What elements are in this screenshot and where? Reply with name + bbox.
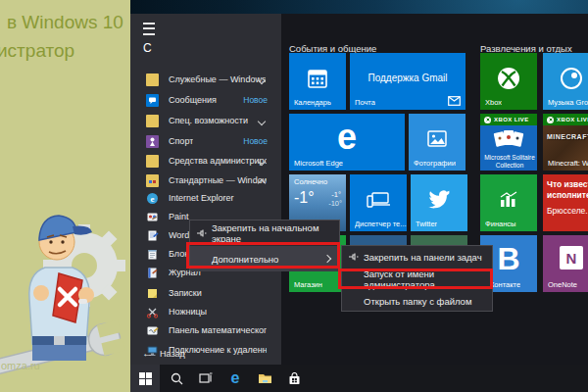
weather-low: -10° bbox=[328, 199, 342, 208]
context-submenu: Закрепить на панели задач Запуск от имен… bbox=[341, 245, 493, 312]
mascot-illustration bbox=[0, 179, 130, 390]
back-button[interactable]: ← Назад bbox=[130, 345, 281, 363]
watermark: omza.ru bbox=[1, 360, 40, 371]
messaging-icon bbox=[146, 94, 159, 107]
math-input-icon bbox=[146, 324, 159, 337]
calendar-icon bbox=[306, 67, 329, 90]
tile-news[interactable]: Что известно исполнителе... Брюсселе... bbox=[543, 174, 588, 231]
folder-icon bbox=[258, 372, 272, 384]
app-item-sport[interactable]: СпортНовое bbox=[130, 132, 281, 151]
start-menu-apps-column: С Служебные — Windows СообщенияНовое Спе… bbox=[130, 14, 281, 365]
tile-xbox[interactable]: Xbox bbox=[480, 53, 537, 110]
edge-logo: e bbox=[337, 117, 357, 158]
folder-icon bbox=[146, 74, 159, 86]
taskbar: e bbox=[130, 365, 588, 392]
tutorial-panel: в Windows 10 · истратор bbox=[0, 0, 130, 392]
scissors-icon bbox=[146, 306, 159, 318]
cards-icon bbox=[493, 128, 524, 150]
news-headline-line2: исполнителе... bbox=[547, 190, 588, 201]
bar-chart-icon bbox=[498, 190, 519, 210]
app-item-ease-of-access[interactable]: Спец. возможности bbox=[130, 112, 281, 130]
twitter-bird-icon bbox=[426, 189, 452, 211]
new-badge: Новое bbox=[243, 95, 268, 105]
new-badge: Новое bbox=[243, 136, 268, 146]
task-view-button[interactable] bbox=[191, 365, 220, 392]
tile-twitter[interactable]: Twitter bbox=[411, 174, 467, 231]
screen: С Служебные — Windows СообщенияНовое Спе… bbox=[0, 0, 588, 392]
taskbar-store-button[interactable] bbox=[279, 365, 309, 392]
svg-text:e: e bbox=[151, 194, 155, 204]
folder-icon bbox=[146, 155, 159, 168]
paint-icon bbox=[146, 211, 159, 223]
menu-item-open-file-location[interactable]: Открыть папку с файлом bbox=[342, 290, 492, 313]
tile-finance[interactable]: Финансы bbox=[480, 174, 537, 231]
app-item-system-windows[interactable]: Служебные — Windows bbox=[130, 71, 281, 89]
menu-item-pin-to-taskbar[interactable]: Закрепить на панели задач bbox=[342, 246, 492, 268]
back-arrow-icon: ← bbox=[142, 347, 153, 359]
wordpad-icon bbox=[146, 229, 159, 242]
menu-item-run-as-administrator[interactable]: Запуск от имени администратора bbox=[342, 268, 492, 290]
menu-item-pin-to-start[interactable]: Закрепить на начальном экране bbox=[190, 220, 339, 246]
tutorial-title-line1: в Windows 10 · bbox=[7, 12, 130, 33]
app-item-snipping-tool[interactable]: Ножницы bbox=[130, 303, 281, 321]
weather-temp: -1° bbox=[294, 189, 315, 207]
tile-calendar[interactable]: Календарь bbox=[289, 53, 346, 110]
minecraft-logo-text: MINECRAFT bbox=[547, 133, 588, 140]
chevron-right-icon bbox=[323, 255, 331, 263]
taskbar-search-button[interactable] bbox=[162, 365, 191, 392]
context-menu: Закрепить на начальном экране Дополнител… bbox=[189, 220, 340, 270]
notepad-icon bbox=[146, 248, 159, 261]
news-headline-line3: Брюсселе... bbox=[547, 206, 588, 217]
letter-group-header[interactable]: С bbox=[143, 41, 152, 55]
news-headline-line1: Что известно bbox=[547, 179, 588, 190]
app-item-sticky-notes[interactable]: Записки bbox=[130, 284, 281, 303]
app-item-internet-explorer[interactable]: e Internet Explorer bbox=[130, 189, 281, 208]
vk-logo: В bbox=[497, 241, 519, 277]
app-item-messaging[interactable]: СообщенияНовое bbox=[130, 91, 281, 110]
edge-icon: e bbox=[231, 369, 240, 387]
photos-icon bbox=[426, 128, 448, 150]
menu-item-more[interactable]: Дополнительно bbox=[190, 246, 339, 271]
xbox-logo-icon bbox=[496, 66, 521, 91]
store-bag-icon bbox=[288, 372, 301, 385]
start-button[interactable] bbox=[130, 365, 160, 392]
tile-photos[interactable]: Фотографии bbox=[409, 114, 466, 171]
hamburger-icon[interactable] bbox=[143, 23, 155, 35]
windows-logo-icon bbox=[139, 372, 152, 385]
app-item-math-input-panel[interactable]: Панель математического ввода bbox=[130, 321, 281, 340]
weather-condition: Солнечно bbox=[294, 177, 327, 186]
chevron-down-icon bbox=[258, 118, 266, 125]
sport-icon bbox=[146, 135, 159, 148]
sticky-notes-icon bbox=[146, 287, 159, 300]
pin-icon bbox=[348, 252, 359, 263]
journal-icon bbox=[146, 267, 159, 279]
tile-groove-music[interactable]: Музыка Groove bbox=[543, 53, 588, 110]
tile-onenote[interactable]: N OneNote bbox=[543, 235, 588, 292]
unpin-icon bbox=[196, 228, 207, 239]
weather-high: -1° bbox=[331, 190, 341, 199]
tile-phone-companion[interactable]: Диспетчер те... bbox=[350, 174, 407, 231]
xbox-live-banner: XBOX LIVE bbox=[480, 114, 537, 125]
xbox-ball-icon bbox=[484, 117, 491, 123]
xbox-live-banner: XBOX LIVE bbox=[543, 114, 588, 125]
task-view-icon bbox=[199, 372, 213, 384]
folder-icon bbox=[146, 174, 159, 187]
folder-icon bbox=[146, 115, 159, 127]
groove-logo-icon bbox=[559, 66, 584, 91]
app-item-admin-tools[interactable]: Средства администрирован... bbox=[130, 152, 281, 171]
mail-notification: Поддержка Gmail bbox=[350, 73, 466, 83]
file-explorer-button[interactable] bbox=[250, 365, 279, 392]
tutorial-title-line2: истратор bbox=[0, 40, 74, 62]
tile-solitaire[interactable]: XBOX LIVE Microsoft Solitaire Collection bbox=[480, 114, 537, 171]
taskbar-edge-button[interactable]: e bbox=[220, 365, 250, 392]
devices-icon bbox=[366, 189, 391, 211]
app-item-accessories[interactable]: Стандартные — Windows bbox=[130, 172, 281, 190]
xbox-ball-icon bbox=[547, 117, 554, 123]
search-icon bbox=[171, 372, 183, 385]
tile-mail[interactable]: Поддержка Gmail Почта bbox=[350, 53, 466, 110]
tile-minecraft[interactable]: XBOX LIVE MINECRAFT Minecraft: W... bbox=[543, 114, 588, 171]
internet-explorer-icon: e bbox=[146, 192, 159, 205]
tile-microsoft-edge[interactable]: e Microsoft Edge bbox=[289, 114, 405, 171]
envelope-icon bbox=[448, 96, 461, 106]
onenote-icon: N bbox=[560, 246, 583, 270]
